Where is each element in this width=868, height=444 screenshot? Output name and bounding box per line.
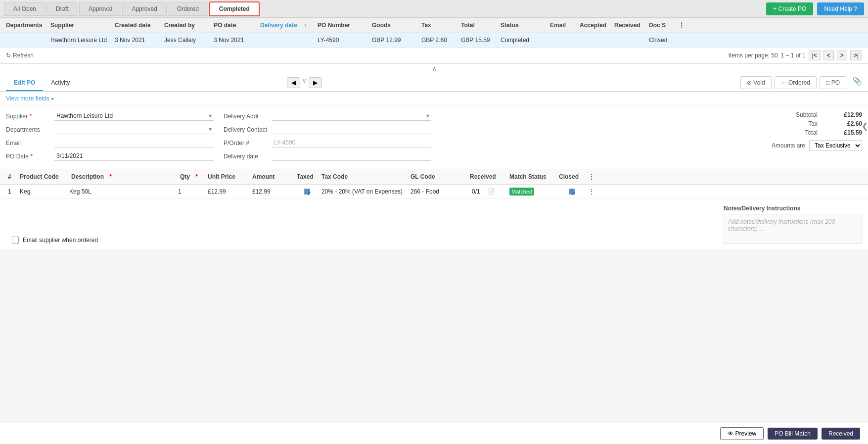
last-page-button[interactable]: >|: [850, 50, 862, 60]
cell-created-by: Jess Callaly: [162, 36, 212, 45]
first-page-button[interactable]: |<: [809, 50, 821, 60]
matched-badge: Matched: [509, 188, 534, 196]
line-product-code: Keg: [18, 187, 67, 196]
tab-completed[interactable]: Completed: [209, 1, 260, 16]
delivery-date-input[interactable]: [272, 151, 431, 161]
line-tax-code: 20% - 20% (VAT on Expenses): [320, 187, 409, 196]
need-help-button[interactable]: Need Help ?: [817, 2, 864, 15]
po-date-input[interactable]: [54, 151, 214, 161]
collapse-right-icon[interactable]: ❮: [862, 121, 868, 131]
supplier-row: Supplier * ▾: [6, 111, 214, 121]
col-received: Received: [612, 21, 647, 30]
ordered-button[interactable]: ← Ordered: [775, 76, 817, 89]
cell-tax: GBP 2.60: [419, 36, 459, 45]
cell-goods: GBP 12.99: [370, 36, 419, 45]
nav-next-button[interactable]: ▶: [309, 77, 322, 88]
tab-activity[interactable]: Activity: [43, 75, 78, 91]
tab-approved[interactable]: Approved: [122, 2, 166, 16]
cell-created-date: 3 Nov 2021: [113, 36, 162, 45]
delivery-addr-input[interactable]: [272, 111, 424, 120]
tab-edit-po[interactable]: Edit PO: [6, 75, 43, 91]
receipt-doc-icon[interactable]: 📄: [486, 187, 497, 196]
line-taxed-checkbox[interactable]: ✓: [295, 188, 320, 196]
tab-all-open[interactable]: All Open: [4, 2, 46, 16]
refresh-bar: ↻ Refresh Items per page: 50 1 – 1 of 1 …: [0, 48, 868, 64]
supplier-dropdown-icon[interactable]: ▾: [207, 112, 214, 119]
supplier-input[interactable]: [54, 111, 207, 120]
table-row[interactable]: Hawthorn Leisure Ltd 3 Nov 2021 Jess Cal…: [0, 33, 868, 48]
delivery-contact-label: Delivery Contact: [224, 126, 268, 133]
po-button[interactable]: □ PO: [820, 76, 846, 89]
view-more-fields[interactable]: View more fields ▾: [0, 92, 868, 105]
po-date-row: PO Date *: [6, 151, 214, 161]
delivery-contact-row: Delivery Contact: [224, 125, 431, 134]
closed-checkmark-icon: ✓: [569, 189, 575, 195]
line-item-row[interactable]: 1 Keg Keg 50L 1 £12.99 £12.99 ✓ 20% - 20…: [0, 185, 868, 199]
table-header-row: Departments Supplier Created date Create…: [0, 18, 868, 33]
collapse-bar[interactable]: ∧: [0, 64, 868, 74]
line-received: 0/1 📄: [468, 187, 507, 196]
col-delivery-date[interactable]: Delivery date ↑: [256, 21, 316, 30]
refresh-button[interactable]: ↻ Refresh: [6, 52, 34, 59]
email-supplier-label: Email supplier when ordered: [23, 237, 98, 244]
line-items-section: # Product Code Description * Qty * Unit …: [0, 169, 868, 199]
taxed-checkmark-icon: ✓: [304, 189, 310, 195]
line-col-num: #: [6, 172, 18, 181]
cell-total: GBP 15.59: [459, 36, 499, 45]
tax-row: Tax £2.60: [441, 120, 862, 127]
col-more[interactable]: ⋮: [677, 21, 691, 30]
p-order-row: P/Order #: [224, 138, 431, 148]
chevron-up-icon: ∧: [432, 65, 437, 73]
line-unit-price: £12.99: [206, 187, 250, 196]
line-match-status: Matched: [507, 187, 557, 196]
tab-ordered[interactable]: Ordered: [168, 2, 208, 16]
refresh-label: Refresh: [13, 52, 34, 59]
col-created-by: Created by: [162, 21, 212, 30]
void-button[interactable]: ⊘ Void: [740, 76, 772, 89]
total-row: Total £15.59: [441, 129, 862, 136]
delivery-addr-dropdown-icon[interactable]: ▾: [424, 112, 431, 119]
tax-value: £2.60: [827, 120, 862, 127]
cell-po-date: 3 Nov 2021: [212, 36, 256, 45]
email-input[interactable]: [54, 138, 214, 148]
p-order-label: P/Order #: [224, 140, 268, 147]
departments-dropdown-icon[interactable]: ▾: [207, 126, 214, 133]
line-col-tax-code: Tax Code: [320, 172, 409, 181]
departments-input[interactable]: [54, 125, 207, 134]
line-col-closed: Closed: [557, 172, 587, 181]
email-label: Email: [6, 140, 50, 147]
delivery-addr-input-wrapper[interactable]: ▾: [272, 111, 431, 121]
line-more-actions[interactable]: ⋮: [587, 187, 601, 196]
line-num: 1: [6, 187, 18, 196]
po-date-label: PO Date *: [6, 153, 50, 160]
amounts-are-select[interactable]: Tax Exclusive: [809, 140, 862, 151]
subtotal-label: Subtotal: [796, 111, 818, 118]
cell-doc-s: Closed: [647, 36, 677, 45]
col-goods: Goods: [370, 21, 419, 30]
supplier-input-wrapper[interactable]: ▾: [54, 111, 214, 121]
page-range-label: 1 – 1 of 1: [781, 52, 806, 59]
email-supplier-checkbox[interactable]: [12, 237, 19, 244]
refresh-icon: ↻: [6, 52, 11, 59]
p-order-input[interactable]: [272, 138, 431, 148]
tax-label: Tax: [808, 120, 818, 127]
departments-input-wrapper[interactable]: ▾: [54, 125, 214, 134]
delivery-addr-label: Delivery Addr: [224, 113, 268, 120]
nav-prev-button[interactable]: ◀: [287, 77, 300, 88]
prev-page-button[interactable]: <: [823, 50, 834, 60]
line-col-more[interactable]: ⋮: [587, 172, 601, 181]
tab-draft[interactable]: Draft: [46, 2, 78, 16]
line-closed-checkbox[interactable]: ✓: [557, 188, 587, 196]
subtotal-value: £12.99: [827, 111, 862, 118]
line-qty: 1: [176, 187, 206, 196]
notes-box[interactable]: Add notes/delivery instructions (max 200…: [724, 214, 862, 244]
cell-accepted: [578, 36, 612, 45]
pagination-area: Items per page: 50 1 – 1 of 1 |< < > >|: [729, 50, 862, 60]
attachment-icon[interactable]: 📎: [852, 76, 862, 89]
line-amount: £12.99: [250, 187, 295, 196]
delivery-contact-input[interactable]: [272, 125, 431, 134]
col-status: Status: [499, 21, 548, 30]
create-po-button[interactable]: + Create PO: [766, 2, 813, 15]
next-page-button[interactable]: >: [837, 50, 847, 60]
tab-approval[interactable]: Approval: [79, 2, 121, 16]
